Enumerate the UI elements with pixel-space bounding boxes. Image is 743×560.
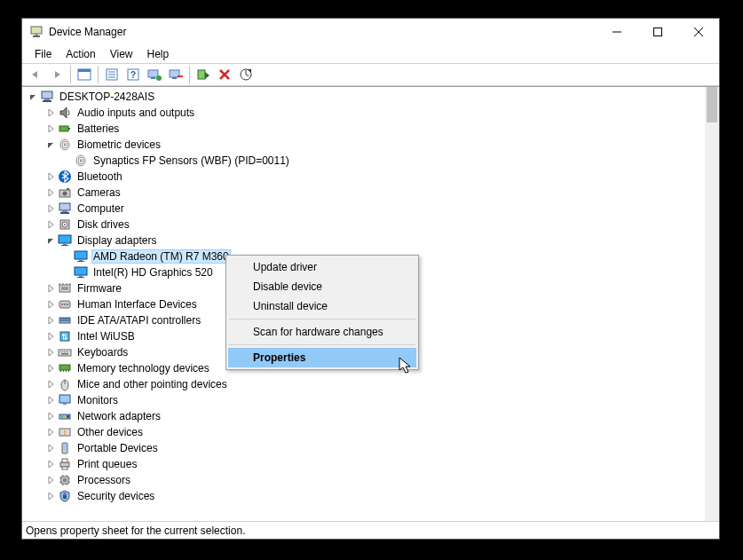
tree-category[interactable]: Cameras (22, 185, 705, 201)
ctx-uninstall-device[interactable]: Uninstall device (228, 296, 416, 316)
chevron-right-icon[interactable] (45, 299, 56, 310)
tree-category[interactable]: Biometric devices (22, 137, 705, 153)
chevron-right-icon[interactable] (45, 203, 56, 214)
chevron-right-icon[interactable] (45, 123, 56, 134)
tree-root[interactable]: DESKTOP-2428AIS (22, 89, 705, 105)
chevron-right-icon[interactable] (45, 395, 56, 406)
tree-device-label: Intel(R) HD Graphics 520 (91, 266, 215, 279)
keyboard-icon (58, 345, 72, 359)
chevron-down-icon[interactable] (45, 139, 56, 150)
svg-rect-47 (63, 243, 67, 245)
wiusb-icon: ⇅ (58, 329, 72, 343)
ctx-properties[interactable]: Properties (228, 348, 416, 367)
ctx-scan-hardware[interactable]: Scan for hardware changes (228, 322, 416, 342)
chevron-right-icon[interactable] (45, 363, 56, 374)
svg-rect-52 (75, 267, 87, 275)
uninstall-button[interactable] (166, 65, 186, 84)
battery-icon (58, 122, 72, 136)
scrollbar-thumb[interactable] (707, 87, 717, 122)
cpu-icon (58, 473, 72, 487)
svg-rect-27 (43, 100, 51, 102)
chevron-right-icon[interactable] (45, 475, 56, 485)
maximize-button[interactable] (637, 19, 678, 45)
network-icon (58, 409, 72, 423)
chevron-right-icon[interactable] (45, 443, 56, 454)
firmware-icon (58, 281, 72, 296)
ctx-disable-device[interactable]: Disable device (228, 277, 416, 296)
minimize-button[interactable] (597, 19, 637, 45)
chevron-right-icon[interactable] (45, 427, 56, 438)
tree-category[interactable]: Audio inputs and outputs (22, 105, 705, 121)
tree-category-label: Processors (75, 474, 132, 486)
chevron-right-icon[interactable] (45, 283, 56, 294)
tree-category[interactable]: Monitors (22, 392, 705, 408)
tree-category[interactable]: Portable Devices (22, 440, 705, 456)
tree-category[interactable]: Processors (22, 472, 705, 488)
svg-rect-107 (63, 495, 67, 499)
monitor-icon (58, 393, 72, 407)
properties-button[interactable] (102, 65, 122, 84)
svg-rect-4 (654, 28, 662, 36)
tree-category-label: Batteries (75, 122, 121, 135)
tree-category[interactable]: Disk drives (22, 217, 705, 233)
chevron-right-icon[interactable] (45, 107, 56, 118)
close-button[interactable] (678, 19, 719, 45)
chevron-down-icon[interactable] (28, 91, 38, 102)
tree-category-label: Biometric devices (75, 138, 162, 151)
menu-file[interactable]: File (29, 47, 57, 61)
scan-button[interactable] (236, 65, 256, 84)
chevron-down-icon[interactable] (45, 235, 56, 246)
tree-category[interactable]: Bluetooth (22, 169, 705, 185)
tree-category[interactable]: !Other devices (22, 424, 705, 440)
svg-point-63 (64, 304, 66, 305)
tree-category[interactable]: Security devices (22, 488, 705, 504)
tree-category[interactable]: Computer (22, 201, 705, 217)
tree-category-label: Other devices (75, 426, 145, 438)
tree-category[interactable]: Network adapters (22, 408, 705, 424)
forward-button[interactable] (47, 65, 67, 84)
disable-button[interactable] (215, 65, 234, 84)
menu-help[interactable]: Help (142, 47, 175, 61)
chevron-right-icon[interactable] (45, 459, 56, 469)
svg-rect-76 (61, 353, 68, 355)
svg-rect-46 (59, 235, 71, 243)
toolbar: ? (22, 63, 719, 86)
svg-rect-48 (61, 245, 68, 246)
chevron-right-icon[interactable] (45, 347, 56, 358)
chevron-right-icon[interactable] (45, 331, 56, 342)
back-button[interactable] (26, 65, 45, 84)
tree-category[interactable]: Batteries (22, 121, 705, 137)
show-hidden-button[interactable] (75, 65, 94, 84)
menu-action[interactable]: Action (60, 47, 100, 61)
update-driver-button[interactable] (145, 65, 164, 84)
chevron-right-icon[interactable] (45, 491, 56, 501)
ctx-update-driver[interactable]: Update driver (228, 257, 416, 277)
tree-category[interactable]: Print queues (22, 456, 705, 472)
chevron-right-icon[interactable] (45, 379, 56, 390)
scrollbar[interactable] (705, 87, 719, 521)
enable-button[interactable] (194, 65, 213, 84)
help-button[interactable]: ? (123, 65, 143, 84)
svg-rect-71 (60, 351, 61, 352)
svg-rect-72 (62, 351, 63, 352)
menu-view[interactable]: View (105, 47, 138, 61)
svg-rect-15 (148, 70, 158, 77)
tree-category-label: Disk drives (75, 218, 131, 231)
chevron-right-icon[interactable] (45, 219, 56, 230)
svg-point-87 (61, 416, 63, 418)
tree-device[interactable]: Synaptics FP Sensors (WBF) (PID=0011) (22, 153, 705, 169)
other-icon: ! (58, 425, 72, 439)
ctx-separator (229, 344, 415, 345)
display-icon (58, 233, 72, 248)
svg-point-45 (64, 224, 66, 225)
tree-category-label: Audio inputs and outputs (75, 106, 196, 119)
tree-category[interactable]: Display adapters (22, 233, 705, 248)
tree-device-label: AMD Radeon (TM) R7 M360 (91, 249, 231, 264)
tree-category[interactable]: Mice and other pointing devices (22, 376, 705, 392)
svg-rect-16 (151, 77, 155, 79)
chevron-right-icon[interactable] (45, 411, 56, 422)
chevron-right-icon[interactable] (45, 171, 56, 182)
svg-rect-29 (68, 128, 70, 130)
chevron-right-icon[interactable] (45, 187, 56, 198)
chevron-right-icon[interactable] (45, 315, 56, 326)
